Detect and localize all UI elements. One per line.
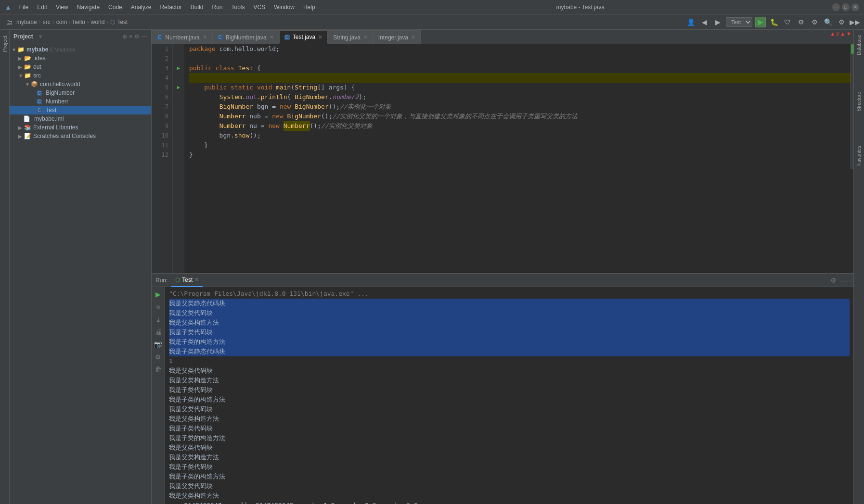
print-icon[interactable]: 🖨 — [153, 327, 164, 337]
run-with-button[interactable]: ⚙ — [796, 17, 806, 27]
output-line-5: 我是子类的构造方法 — [169, 337, 850, 347]
tree-label-extlib: External Libraries — [33, 124, 78, 131]
tab-string-close[interactable]: ✕ — [363, 34, 368, 40]
panel-hide-icon[interactable]: — — [142, 33, 147, 40]
run-panel-hide-icon[interactable]: — — [840, 276, 850, 285]
menu-file[interactable]: File — [15, 3, 32, 12]
breadcrumb-world[interactable]: world — [91, 19, 105, 25]
tree-item-scratches[interactable]: ▶ 📝 Scratches and Consoles — [10, 132, 151, 140]
tree-item-com-hello-world[interactable]: ▼ 📦 com.hello.world — [10, 80, 151, 88]
scroll-to-end-icon[interactable]: ⤓ — [153, 314, 164, 325]
run-config-dropdown[interactable]: Test — [726, 17, 752, 27]
menu-code[interactable]: Code — [104, 3, 126, 12]
project-tab[interactable]: Project — [0, 32, 9, 56]
locate-file-icon[interactable]: ⊕ — [122, 33, 127, 40]
rerun-button[interactable]: ▶ — [153, 289, 164, 300]
minimize-button[interactable]: ─ — [832, 3, 840, 11]
bignumber-java-icon: C — [37, 90, 42, 96]
file-tree: ▼ 📁 mybabe E:\mybabe ▶ 📂 .idea ▶ 📂 — [10, 43, 151, 504]
panel-settings-icon[interactable]: ⚙ — [134, 33, 140, 40]
window-title: mybabe - Test.java — [329, 4, 832, 11]
tab-bignumber-label: BigNumber.java — [226, 34, 267, 41]
forward-icon[interactable]: ▶ — [712, 17, 723, 27]
tab-test[interactable]: C Test.java ✕ — [279, 30, 328, 44]
tree-item-mybabe-iml[interactable]: 📄 mybabe.iml — [10, 114, 151, 123]
structure-tab[interactable]: Structure — [855, 89, 863, 114]
tab-bignumber-close[interactable]: ✕ — [270, 34, 274, 40]
gutter-12 — [173, 150, 184, 160]
breadcrumb-mybabe[interactable]: mybabe — [16, 19, 37, 25]
search-icon[interactable]: 🔍 — [823, 17, 833, 27]
menu-vcs[interactable]: VCS — [250, 3, 270, 12]
gutter-2 — [173, 54, 184, 63]
run-settings-icon[interactable]: ⚙ — [153, 352, 164, 362]
tab-bignumber[interactable]: C BigNumber.java ✕ — [212, 30, 279, 44]
tree-item-numberr[interactable]: C Numberr — [10, 97, 151, 106]
editor-content[interactable]: 1 2 3 4 5 6 7 8 9 10 11 12 — [152, 44, 853, 504]
nav-back-icon[interactable]: 👤 — [685, 17, 696, 27]
menu-view[interactable]: View — [52, 3, 72, 12]
close-run-icon[interactable]: 🗑 — [153, 364, 164, 375]
run-button[interactable]: ▶ — [755, 17, 766, 27]
breadcrumb-test[interactable]: ⬡ — [110, 19, 115, 25]
breadcrumb-hello[interactable]: hello — [73, 19, 85, 25]
favorites-tab[interactable]: Favorites — [855, 143, 863, 168]
tree-item-root[interactable]: ▼ 📁 mybabe E:\mybabe — [10, 45, 151, 54]
run-tab-test[interactable]: ⬡ Test ✕ — [171, 274, 203, 287]
error-up-arrow[interactable]: ▲ — [840, 31, 845, 37]
tab-numberr[interactable]: C Numberr.java ✕ — [152, 30, 212, 44]
editor-main[interactable]: 1 2 3 4 5 6 7 8 9 10 11 12 — [152, 44, 853, 273]
tab-numberr-icon: C — [157, 35, 162, 40]
code-line-1: package com.hello.world; — [189, 44, 853, 54]
breadcrumb-test-label[interactable]: Test — [117, 19, 128, 25]
menu-navigate[interactable]: Navigate — [73, 3, 103, 12]
output-line-10: 我是子类代码块 — [169, 385, 850, 395]
back-icon[interactable]: ◀ — [699, 17, 709, 27]
debug-button[interactable]: 🐛 — [769, 17, 779, 27]
tree-item-external-libs[interactable]: ▶ 📚 External Libraries — [10, 123, 151, 132]
run-tab-close[interactable]: ✕ — [194, 277, 199, 283]
tree-item-bignumber[interactable]: C BigNumber — [10, 88, 151, 97]
menu-analyze[interactable]: Analyze — [127, 3, 155, 12]
collapse-all-icon[interactable]: ≡ — [129, 33, 132, 40]
tree-item-idea[interactable]: ▶ 📂 .idea — [10, 54, 151, 63]
more-icon[interactable]: ▶▶ — [850, 17, 860, 27]
output-line-16: 我是父类代码块 — [169, 443, 850, 453]
tree-item-src[interactable]: ▼ 📁 src — [10, 71, 151, 80]
error-down-arrow[interactable]: ▼ — [846, 31, 851, 37]
maximize-button[interactable]: □ — [842, 3, 850, 11]
code-editor[interactable]: package com.hello.world; public class Te… — [184, 44, 853, 273]
project-dropdown-icon[interactable]: ▼ — [38, 34, 43, 39]
coverage-button[interactable]: 🛡 — [782, 17, 793, 27]
menu-help[interactable]: Help — [299, 3, 319, 12]
tab-integer[interactable]: Integer.java ✕ — [373, 30, 421, 44]
run-panel-settings-icon[interactable]: ⚙ — [828, 276, 838, 285]
tab-numberr-close[interactable]: ✕ — [203, 34, 207, 40]
project-icon[interactable]: 🗂 — [4, 17, 14, 27]
menu-edit[interactable]: Edit — [33, 3, 51, 12]
tab-integer-close[interactable]: ✕ — [411, 34, 415, 40]
ln-2: 2 — [152, 54, 168, 63]
stop-button[interactable]: ■ — [153, 302, 164, 312]
run-gutter-5[interactable]: ▶ — [177, 83, 181, 92]
menu-build[interactable]: Build — [187, 3, 207, 12]
breadcrumb-com[interactable]: com — [56, 19, 67, 25]
menu-window[interactable]: Window — [270, 3, 298, 12]
tab-string[interactable]: String.java ✕ — [328, 30, 373, 44]
run-gutter-3[interactable]: ▶ — [177, 63, 181, 73]
tab-test-close[interactable]: ✕ — [318, 34, 322, 40]
breadcrumb-src[interactable]: src — [43, 19, 51, 25]
editor-scrollbar[interactable] — [851, 44, 853, 169]
toolbar-settings[interactable]: ⚙ — [809, 17, 820, 27]
screenshot-icon[interactable]: 📷 — [153, 339, 164, 350]
tree-item-out[interactable]: ▶ 📂 out — [10, 63, 151, 71]
close-button[interactable]: ✕ — [851, 3, 859, 11]
menu-run[interactable]: Run — [208, 3, 227, 12]
run-output[interactable]: "C:\Program Files\Java\jdk1.8.0_131\bin\… — [165, 287, 853, 504]
database-tab[interactable]: Database — [855, 32, 863, 58]
menu-refactor[interactable]: Refactor — [156, 3, 185, 12]
tree-item-test[interactable]: C Test — [10, 106, 151, 114]
settings-gear-icon[interactable]: ⚙ — [836, 17, 847, 27]
code-line-10: bgn.show(); — [189, 131, 853, 140]
menu-tools[interactable]: Tools — [228, 3, 249, 12]
